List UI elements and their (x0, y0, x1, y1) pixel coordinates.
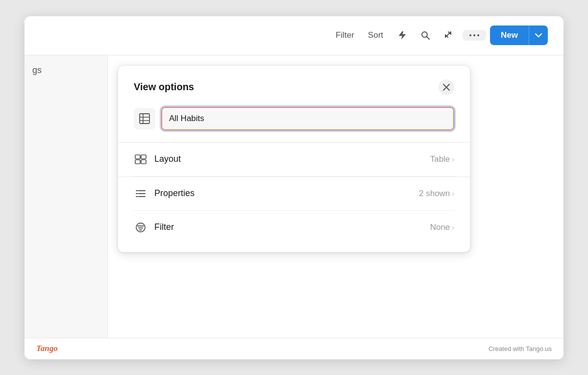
svg-point-4 (473, 34, 475, 36)
main-content: gs View options (24, 55, 564, 359)
sidebar-text: gs (32, 65, 42, 75)
lightning-button[interactable] (392, 27, 412, 43)
lightning-icon (397, 30, 407, 40)
chevron-down-icon (535, 33, 542, 38)
svg-rect-12 (135, 155, 140, 159)
layout-icon (134, 152, 147, 166)
resize-button[interactable] (439, 27, 459, 43)
filter-option-row[interactable]: Filter None › (134, 211, 454, 244)
layout-chevron: › (452, 155, 454, 163)
sidebar: gs (24, 55, 108, 359)
footer-credit: Created with Tango.us (489, 345, 552, 352)
svg-point-3 (469, 34, 471, 36)
properties-icon (134, 187, 147, 200)
more-options-button[interactable] (463, 30, 486, 41)
panel-title: View options (134, 81, 194, 93)
filter-label: Filter (154, 222, 430, 232)
properties-option-row[interactable]: Properties 2 shown › (134, 177, 454, 211)
svg-point-5 (477, 34, 479, 36)
toolbar: Filter Sort (24, 16, 564, 55)
sort-button[interactable]: Sort (363, 27, 388, 43)
ellipsis-icon (469, 34, 479, 37)
svg-point-22 (136, 223, 145, 232)
close-icon (443, 84, 450, 91)
svg-rect-13 (141, 155, 146, 159)
search-icon (420, 30, 430, 40)
properties-chevron: › (452, 190, 454, 198)
view-name-row (134, 107, 454, 130)
svg-line-1 (427, 37, 430, 40)
table-icon-box (134, 108, 155, 129)
filter-value: None › (430, 223, 454, 232)
layout-label: Layout (154, 154, 430, 164)
layout-value: Table › (430, 154, 454, 164)
resize-icon (444, 30, 454, 40)
layout-option-row[interactable]: Layout Table › (134, 143, 454, 176)
content-area: View options (108, 55, 564, 359)
panel-header: View options (134, 79, 454, 95)
view-options-panel: View options (118, 65, 470, 252)
filter-chevron: › (452, 224, 454, 231)
filter-icon (134, 221, 147, 234)
filter-button[interactable]: Filter (331, 27, 359, 43)
search-button[interactable] (416, 27, 435, 43)
new-button[interactable]: New (490, 25, 529, 45)
view-name-input[interactable] (161, 107, 454, 130)
close-button[interactable] (439, 79, 454, 95)
new-button-group: New (490, 25, 548, 45)
footer: Tango Created with Tango.us (24, 338, 564, 359)
tango-logo: Tango (36, 344, 58, 353)
svg-rect-14 (135, 160, 140, 164)
new-dropdown-button[interactable] (529, 25, 548, 45)
svg-rect-8 (140, 114, 149, 124)
properties-value: 2 shown › (419, 189, 454, 199)
svg-line-2 (445, 32, 451, 37)
table-grid-icon (139, 113, 150, 125)
properties-label: Properties (154, 188, 419, 199)
svg-rect-15 (141, 160, 146, 164)
